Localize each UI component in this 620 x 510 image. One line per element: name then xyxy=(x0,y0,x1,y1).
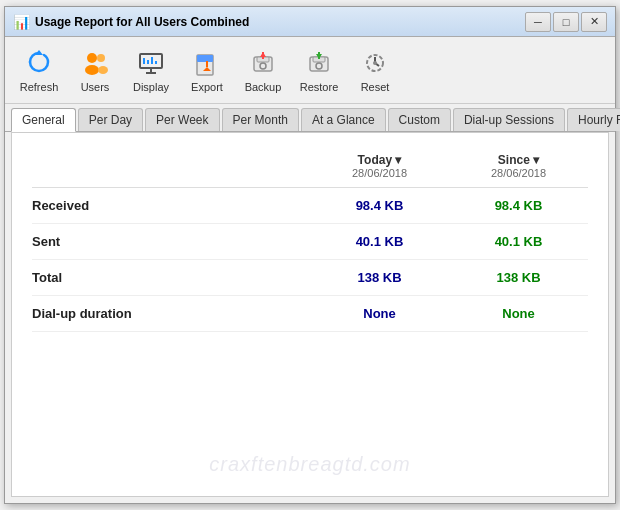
restore-label: Restore xyxy=(300,81,339,93)
row-since: None xyxy=(449,296,588,332)
since-date: 28/06/2018 xyxy=(449,167,588,179)
maximize-button[interactable]: □ xyxy=(553,12,579,32)
stats-table: Today ▾ 28/06/2018 Since ▾ 28/06/2018 Re… xyxy=(32,153,588,332)
restore-icon xyxy=(303,47,335,79)
header-today-cell: Today ▾ 28/06/2018 xyxy=(310,153,449,188)
row-today: 98.4 KB xyxy=(310,188,449,224)
backup-icon xyxy=(247,47,279,79)
tab-at-a-glance[interactable]: At a Glance xyxy=(301,108,386,131)
refresh-icon xyxy=(23,47,55,79)
row-since: 138 KB xyxy=(449,260,588,296)
table-row: Received 98.4 KB 98.4 KB xyxy=(32,188,588,224)
restore-button[interactable]: Restore xyxy=(293,43,345,97)
svg-point-29 xyxy=(373,61,377,65)
display-button[interactable]: Display xyxy=(125,43,177,97)
tab-per-day[interactable]: Per Day xyxy=(78,108,143,131)
svg-point-3 xyxy=(97,54,105,62)
tab-hourly-rates[interactable]: Hourly Rates xyxy=(567,108,620,131)
svg-rect-13 xyxy=(197,55,213,62)
tab-custom[interactable]: Custom xyxy=(388,108,451,131)
minimize-button[interactable]: ─ xyxy=(525,12,551,32)
row-since: 40.1 KB xyxy=(449,224,588,260)
title-bar: 📊 Usage Report for All Users Combined ─ … xyxy=(5,7,615,37)
table-row: Sent 40.1 KB 40.1 KB xyxy=(32,224,588,260)
refresh-label: Refresh xyxy=(20,81,59,93)
refresh-button[interactable]: Refresh xyxy=(13,43,65,97)
since-header: Since ▾ xyxy=(449,153,588,167)
svg-point-2 xyxy=(85,65,99,75)
row-label: Dial-up duration xyxy=(32,296,310,332)
backup-button[interactable]: Backup xyxy=(237,43,289,97)
backup-label: Backup xyxy=(245,81,282,93)
app-icon: 📊 xyxy=(13,14,29,30)
content-area: Today ▾ 28/06/2018 Since ▾ 28/06/2018 Re… xyxy=(11,132,609,497)
users-button[interactable]: Users xyxy=(69,43,121,97)
window-controls: ─ □ ✕ xyxy=(525,12,607,32)
close-button[interactable]: ✕ xyxy=(581,12,607,32)
header-since-cell: Since ▾ 28/06/2018 xyxy=(449,153,588,188)
table-row: Dial-up duration None None xyxy=(32,296,588,332)
export-button[interactable]: Export xyxy=(181,43,233,97)
table-header-row: Today ▾ 28/06/2018 Since ▾ 28/06/2018 xyxy=(32,153,588,188)
users-label: Users xyxy=(81,81,110,93)
row-today: None xyxy=(310,296,449,332)
row-label: Sent xyxy=(32,224,310,260)
window-title: Usage Report for All Users Combined xyxy=(35,15,525,29)
row-today: 40.1 KB xyxy=(310,224,449,260)
tab-per-month[interactable]: Per Month xyxy=(222,108,299,131)
export-label: Export xyxy=(191,81,223,93)
display-label: Display xyxy=(133,81,169,93)
tab-general[interactable]: General xyxy=(11,108,76,132)
row-since: 98.4 KB xyxy=(449,188,588,224)
svg-marker-20 xyxy=(260,52,266,57)
row-label: Total xyxy=(32,260,310,296)
reset-button[interactable]: Reset xyxy=(349,43,401,97)
tabs-bar: General Per Day Per Week Per Month At a … xyxy=(5,104,615,132)
watermark: craxftenbreagtd.com xyxy=(209,453,410,476)
tab-per-week[interactable]: Per Week xyxy=(145,108,219,131)
svg-point-4 xyxy=(98,66,108,74)
today-header: Today ▾ xyxy=(310,153,449,167)
toolbar: Refresh Users xyxy=(5,37,615,104)
reset-icon xyxy=(359,47,391,79)
users-icon xyxy=(79,47,111,79)
header-label-cell xyxy=(32,153,310,188)
tab-dial-up-sessions[interactable]: Dial-up Sessions xyxy=(453,108,565,131)
today-date: 28/06/2018 xyxy=(310,167,449,179)
row-today: 138 KB xyxy=(310,260,449,296)
export-icon xyxy=(191,47,223,79)
display-icon xyxy=(135,47,167,79)
table-row: Total 138 KB 138 KB xyxy=(32,260,588,296)
row-label: Received xyxy=(32,188,310,224)
main-window: 📊 Usage Report for All Users Combined ─ … xyxy=(4,6,616,504)
svg-point-1 xyxy=(87,53,97,63)
reset-label: Reset xyxy=(361,81,390,93)
